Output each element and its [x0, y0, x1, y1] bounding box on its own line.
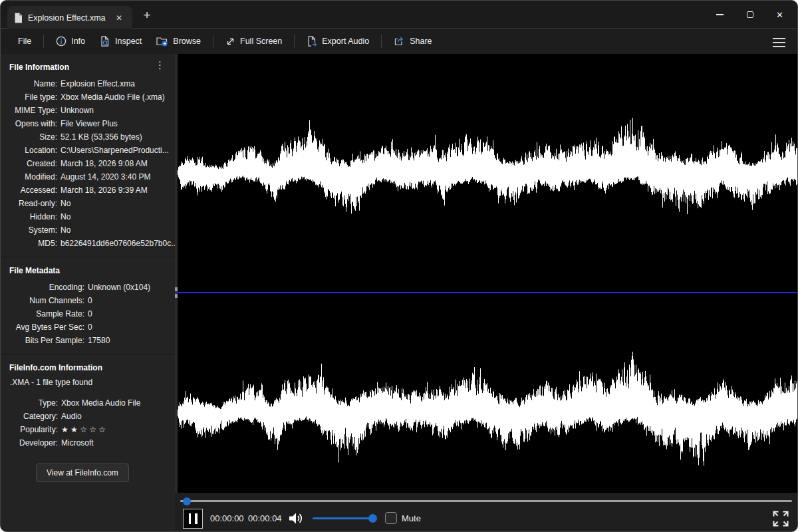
field-value: File Viewer Plus	[61, 117, 118, 130]
mute-label: Mute	[402, 513, 421, 523]
file-menu[interactable]: File	[11, 29, 39, 54]
channel-separator[interactable]	[175, 292, 797, 293]
volume-slider[interactable]	[313, 517, 375, 519]
waveform-panel	[175, 54, 797, 493]
waveform-canvas	[178, 54, 798, 493]
browse-icon	[156, 36, 168, 47]
field-value: Audio	[61, 410, 82, 423]
sidebar-section: File MetadataEncoding:Unknown (0x104)Num…	[1, 257, 175, 354]
volume-fill	[313, 517, 373, 519]
seek-thumb[interactable]	[183, 497, 191, 505]
share-icon	[394, 36, 405, 47]
menu-icon[interactable]	[771, 37, 787, 49]
info-button[interactable]: Info	[49, 29, 92, 54]
inspect-button[interactable]: Inspect	[92, 29, 149, 54]
info-row: Encoding:Unknown (0x104)	[1, 281, 175, 294]
field-label: Hidden:	[1, 210, 57, 223]
field-label: Developer:	[1, 436, 58, 450]
info-icon	[56, 36, 66, 47]
info-row: Accessed:March 18, 2026 9:39 AM	[1, 184, 175, 197]
info-row: MD5:b6226491dd6e07606e52b7b0c...	[1, 237, 175, 250]
export-audio-button[interactable]: Export Audio	[299, 29, 376, 54]
info-row: Sample Rate:0	[1, 307, 175, 321]
field-value: ★ ★ ☆ ☆ ☆	[61, 423, 106, 436]
volume-thumb[interactable]	[368, 514, 377, 523]
field-label: Modified:	[1, 170, 57, 184]
seek-bar[interactable]	[180, 500, 792, 502]
volume-icon[interactable]	[287, 510, 304, 527]
minimize-button[interactable]	[705, 1, 735, 29]
maximize-button[interactable]	[735, 1, 765, 29]
inspect-icon	[100, 36, 110, 47]
field-label: Avg Bytes Per Sec:	[1, 321, 84, 334]
export-audio-icon	[307, 36, 317, 47]
field-label: Num Channels:	[1, 294, 84, 307]
new-tab-button[interactable]: +	[138, 7, 156, 23]
pause-button[interactable]	[183, 509, 203, 529]
sidebar-footer	[1, 493, 175, 532]
info-row: Type:Xbox Media Audio File	[1, 396, 175, 410]
section-title: File Information	[1, 61, 175, 77]
full-screen-button[interactable]: Full Screen	[218, 29, 289, 54]
info-row: Size:52.1 KB (53,356 bytes)	[1, 130, 175, 144]
info-row: Popularity:★ ★ ☆ ☆ ☆	[1, 423, 175, 436]
field-value: 0	[88, 294, 92, 307]
minimize-icon	[716, 14, 724, 15]
field-label: Opens with:	[1, 117, 57, 130]
field-value: August 14, 2020 3:40 PM	[61, 170, 150, 184]
fullscreen-icon[interactable]	[771, 509, 790, 528]
field-label: Name:	[1, 77, 57, 90]
field-value: March 18, 2026 9:39 AM	[61, 184, 148, 197]
window-controls: ✕	[705, 1, 795, 29]
toolbar-divider	[294, 35, 295, 48]
field-value: March 18, 2026 9:08 AM	[61, 157, 148, 170]
more-options-icon[interactable]: ⋮	[151, 59, 169, 72]
browse-button[interactable]: Browse	[149, 29, 208, 54]
field-label: Size:	[1, 130, 57, 144]
tab-close-icon[interactable]: ✕	[112, 12, 126, 24]
info-row: System:No	[1, 223, 175, 237]
toolbar-divider	[381, 35, 382, 48]
field-value: C:\Users\SharpenedProducti...	[61, 144, 169, 157]
toolbar-divider	[43, 35, 44, 48]
field-label: MD5:	[1, 237, 57, 250]
close-button[interactable]: ✕	[765, 1, 795, 29]
field-value: Unknown (0x104)	[88, 281, 150, 294]
field-label: MIME Type:	[1, 104, 57, 117]
document-icon	[14, 13, 23, 23]
info-row: Modified:August 14, 2020 3:40 PM	[1, 170, 175, 184]
mute-checkbox[interactable]	[385, 512, 397, 524]
section-title: File Metadata	[1, 265, 175, 281]
field-value: 17580	[88, 334, 110, 347]
info-row: Name:Explosion Effect.xma	[1, 77, 175, 90]
field-label: Created:	[1, 157, 57, 170]
info-row: Avg Bytes Per Sec:0	[1, 321, 175, 334]
maximize-icon	[747, 11, 753, 18]
filetype-found-note: .XMA - 1 file type found	[1, 378, 175, 396]
field-value: 0	[88, 321, 92, 334]
field-label: Sample Rate:	[1, 307, 84, 321]
player-bar: 00:00:00 00:00:04 Mute	[175, 493, 797, 532]
title-bar: Explosion Effect.xma ✕ + ✕	[1, 1, 797, 29]
field-label: Location:	[1, 144, 57, 157]
view-at-fileinfo-button[interactable]: View at FileInfo.com	[36, 464, 129, 482]
info-row: Opens with:File Viewer Plus	[1, 117, 175, 130]
info-row: Num Channels:0	[1, 294, 175, 307]
field-label: Bits Per Sample:	[1, 334, 84, 347]
field-value: Xbox Media Audio File (.xma)	[61, 90, 165, 104]
full-screen-icon	[225, 37, 235, 47]
main-area: ⋮ File InformationName:Explosion Effect.…	[1, 54, 797, 493]
section-title: FileInfo.com Information	[1, 362, 175, 378]
field-label: Category:	[1, 410, 58, 423]
field-label: System:	[1, 223, 57, 237]
info-row: Category:Audio	[1, 410, 175, 423]
share-button[interactable]: Share	[386, 29, 439, 54]
info-row: Developer:Microsoft	[1, 436, 175, 450]
total-duration: 00:00:04	[248, 513, 282, 523]
footer: 00:00:00 00:00:04 Mute	[1, 493, 797, 532]
pause-icon	[189, 513, 192, 524]
field-value: 52.1 KB (53,356 bytes)	[61, 130, 142, 144]
tab-explosion-effect[interactable]: Explosion Effect.xma ✕	[7, 6, 132, 29]
info-row: Hidden:No	[1, 210, 175, 223]
field-label: Encoding:	[1, 281, 84, 294]
